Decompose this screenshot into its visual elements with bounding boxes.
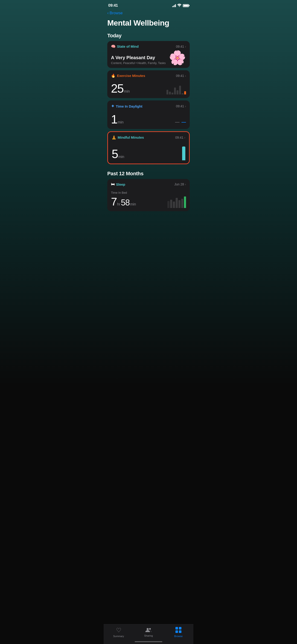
tab-summary-label: Summary <box>113 635 124 638</box>
flower-emoji: 🌸 <box>169 51 186 65</box>
exercise-icon: 🔥 <box>111 74 116 78</box>
state-of-mind-title: State of Mind <box>117 44 138 48</box>
tab-browse[interactable]: Browse <box>164 627 194 638</box>
mindful-minutes-card[interactable]: 🧘 Mindful Minutes 09:41 › 5 min <box>107 131 190 164</box>
summary-heart-icon: ♡ <box>116 627 121 634</box>
svg-rect-3 <box>179 627 182 630</box>
section-today-header: Today <box>104 32 194 41</box>
home-indicator <box>135 641 162 642</box>
mindful-value: 5 <box>112 148 118 160</box>
mindful-title: Mindful Minutes <box>118 136 144 139</box>
mindful-icon: 🧘 <box>112 135 116 140</box>
svg-point-0 <box>147 628 149 630</box>
chevron-right-icon: › <box>185 182 186 186</box>
page-header: Mental Wellbeing <box>104 17 194 32</box>
sleep-min-value: 58 <box>121 198 130 208</box>
chevron-right-icon: › <box>185 45 186 48</box>
section-past12-header: Past 12 Months <box>104 170 194 179</box>
back-chevron-icon: ‹ <box>107 10 109 16</box>
daylight-unit: min <box>118 120 124 124</box>
tab-sharing-label: Sharing <box>144 634 153 637</box>
sleep-chart <box>168 195 186 208</box>
daylight-time: 09:41 › <box>176 104 186 108</box>
svg-rect-4 <box>176 630 178 633</box>
daylight-icon: ✦ <box>111 104 114 109</box>
signal-icon <box>172 4 176 7</box>
exercise-minutes-card[interactable]: 🔥 Exercise Minutes 09:41 › 25 min <box>107 70 190 98</box>
mindful-time: 09:41 › <box>175 136 185 139</box>
state-of-mind-card[interactable]: 🧠 State of Mind 09:41 › A Very Pleasant … <box>107 41 190 68</box>
state-of-mind-icon: 🧠 <box>111 44 116 48</box>
status-time: 09:41 <box>108 3 118 8</box>
state-of-mind-time: 09:41 › <box>176 45 186 48</box>
chevron-right-icon: › <box>185 104 186 108</box>
daylight-value: 1 <box>111 113 117 125</box>
sleep-min-unit: min <box>130 202 136 206</box>
tab-summary[interactable]: ♡ Summary <box>104 627 134 638</box>
wifi-icon <box>177 4 182 8</box>
sleep-hr-unit: hr <box>117 202 120 206</box>
svg-rect-2 <box>176 627 178 630</box>
sleep-label: Time In Bed <box>111 191 136 194</box>
page-title: Mental Wellbeing <box>107 19 190 27</box>
sleep-date: Jun 28 › <box>174 182 186 186</box>
exercise-unit: min <box>124 89 130 94</box>
sleep-icon: 🛏 <box>111 182 115 186</box>
time-in-daylight-card[interactable]: ✦ Time In Daylight 09:41 › 1 min <box>107 100 190 129</box>
exercise-time: 09:41 › <box>176 74 186 78</box>
mindful-chart <box>182 144 185 160</box>
status-icons <box>172 4 189 8</box>
exercise-title: Exercise Minutes <box>117 74 145 78</box>
svg-point-1 <box>149 628 151 630</box>
daylight-title: Time In Daylight <box>116 104 142 108</box>
tab-browse-label: Browse <box>174 635 183 638</box>
back-label: Browse <box>110 11 123 16</box>
battery-icon <box>183 4 189 7</box>
sleep-card[interactable]: 🛏 Sleep Jun 28 › Time In Bed 7 hr 58 min <box>107 179 190 211</box>
sharing-people-icon <box>145 628 152 634</box>
status-bar: 09:41 <box>104 0 194 10</box>
past12-cards: 🛏 Sleep Jun 28 › Time In Bed 7 hr 58 min <box>104 179 194 211</box>
exercise-chart <box>166 84 186 95</box>
tab-sharing[interactable]: Sharing <box>134 628 164 637</box>
state-sub-text: Content, Peaceful • Health, Family, Task… <box>111 61 166 65</box>
sleep-title: Sleep <box>116 182 125 186</box>
state-main-text: A Very Pleasant Day <box>111 55 166 60</box>
mindful-unit: min <box>118 155 124 159</box>
svg-rect-5 <box>179 630 182 633</box>
back-navigation[interactable]: ‹ Browse <box>104 10 194 17</box>
sleep-hr-value: 7 <box>111 195 117 208</box>
today-cards: 🧠 State of Mind 09:41 › A Very Pleasant … <box>104 41 194 164</box>
daylight-chart <box>175 119 186 126</box>
browse-grid-icon <box>176 627 182 634</box>
exercise-value: 25 <box>111 82 124 94</box>
chevron-right-icon: › <box>185 74 186 78</box>
chevron-right-icon: › <box>184 136 185 139</box>
